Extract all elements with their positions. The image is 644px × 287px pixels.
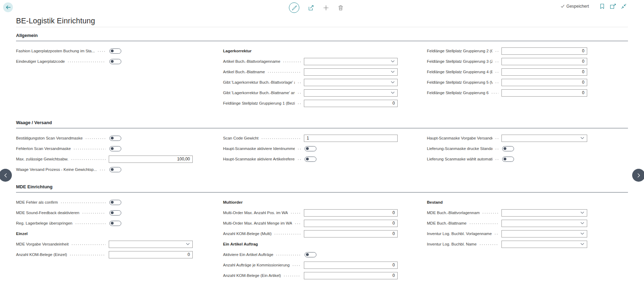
field-row: MDE Fehler als confirm xyxy=(16,197,193,207)
number-input[interactable] xyxy=(501,79,587,86)
field-row: Max. zulässige Gewichtsabw. xyxy=(16,154,193,164)
field-row: Haupt-Scanmaske aktiviere Artikelreferen… xyxy=(223,154,398,164)
toggle-switch[interactable] xyxy=(109,136,121,141)
number-input[interactable] xyxy=(501,68,587,76)
open-in-window-icon xyxy=(610,3,616,9)
field-label: MDE Buch.-Blattname xyxy=(427,221,467,225)
text-input[interactable] xyxy=(304,135,398,142)
number-input[interactable] xyxy=(304,100,398,107)
scroll-right-button[interactable] xyxy=(632,169,644,182)
field-row: Gibt 'Lagerkorrektur Buch.-Blattvorlage'… xyxy=(223,77,398,88)
toggle-switch[interactable] xyxy=(109,48,121,54)
combobox[interactable] xyxy=(501,135,587,142)
number-input[interactable] xyxy=(304,272,398,279)
field-row: Artikel Buch.-Blattvorlagenname xyxy=(223,56,398,67)
combobox[interactable] xyxy=(501,209,587,217)
toggle-switch[interactable] xyxy=(109,200,121,205)
toggle-switch[interactable] xyxy=(502,157,514,162)
field-control xyxy=(304,58,398,65)
field-control xyxy=(501,220,587,227)
collapse-button[interactable] xyxy=(621,3,627,9)
dotted-leader xyxy=(479,244,498,245)
toggle-switch[interactable] xyxy=(305,252,316,257)
delete-button[interactable] xyxy=(338,5,344,11)
field-label: Lieferung-Scanmaske drucke Standard Pac.… xyxy=(427,146,492,151)
number-input[interactable] xyxy=(304,220,398,227)
field-row: Haupt-Scanmaske aktiviere Identnummern xyxy=(223,143,398,154)
field-row: Gibt 'Lagerkorrektur Buch.-Blattname' an… xyxy=(223,88,398,98)
combobox[interactable] xyxy=(501,241,587,248)
field-control xyxy=(501,146,587,151)
dotted-leader xyxy=(69,255,106,256)
number-input[interactable] xyxy=(304,230,398,237)
combobox[interactable] xyxy=(109,241,193,248)
dotted-leader xyxy=(491,93,498,94)
window-actions: Gespeichert xyxy=(561,3,627,9)
combobox[interactable] xyxy=(501,220,587,227)
field-label: Reg. Lagerbelege überspringen xyxy=(16,221,72,225)
chevron-down-icon xyxy=(391,70,395,73)
add-button[interactable] xyxy=(323,5,329,11)
toggle-switch[interactable] xyxy=(109,210,121,216)
field-label: Inventur Log. Buchbl. Vorlagenname xyxy=(427,232,492,236)
bookmark-button[interactable] xyxy=(600,3,605,9)
edit-button[interactable] xyxy=(289,2,299,13)
chevron-right-icon xyxy=(637,173,641,178)
toggle-switch[interactable] xyxy=(305,157,316,162)
field-label: Lieferung Scanmaske wählt automatisch d.… xyxy=(427,157,492,161)
dotted-leader xyxy=(283,275,301,277)
toggle-switch[interactable] xyxy=(109,167,121,172)
toggle-knob xyxy=(306,253,309,256)
toggle-switch[interactable] xyxy=(109,146,121,151)
number-input[interactable] xyxy=(304,209,398,217)
toggle-switch[interactable] xyxy=(502,146,514,151)
field-row: Haupt-Scanmaske Vorgabe Versandeinheit xyxy=(427,133,587,143)
field-control xyxy=(109,146,193,151)
field-label: Fehlerton Scan Versandmaske xyxy=(16,146,71,151)
dotted-leader xyxy=(290,213,301,214)
combobox[interactable] xyxy=(304,68,398,76)
dotted-leader xyxy=(482,213,498,214)
toggle-switch[interactable] xyxy=(305,146,316,151)
combobox[interactable] xyxy=(501,230,587,237)
field-label: Anzahl Aufträge je Kommissionierung xyxy=(223,263,290,267)
toggle-switch[interactable] xyxy=(109,59,121,64)
toggle-knob xyxy=(111,168,114,171)
back-button[interactable] xyxy=(3,2,13,12)
field-label: Inventur Log. Buchbl. Name xyxy=(427,242,477,246)
field-control xyxy=(501,79,587,86)
combobox[interactable] xyxy=(304,79,398,86)
field-control xyxy=(304,252,398,257)
dotted-leader xyxy=(60,202,106,203)
field-row: Scan Code Gewicht xyxy=(223,133,398,143)
number-input[interactable] xyxy=(109,251,193,258)
field-control xyxy=(109,167,193,172)
field-control xyxy=(501,209,587,217)
dotted-leader xyxy=(495,159,498,160)
field-control xyxy=(304,79,398,86)
field-control xyxy=(501,58,587,65)
number-input[interactable] xyxy=(109,156,193,163)
field-label: Multi-Order Max. Anzahl Pos. im WA xyxy=(223,211,288,215)
trash-icon xyxy=(338,5,344,11)
number-input[interactable] xyxy=(304,262,398,269)
number-input[interactable] xyxy=(501,47,587,55)
share-button[interactable] xyxy=(308,5,314,11)
open-in-window-button[interactable] xyxy=(610,3,616,9)
combobox[interactable] xyxy=(304,58,398,65)
field-label: Anzahl KOM-Belege (Ein Artikel) xyxy=(223,273,281,278)
chevron-down-icon xyxy=(580,211,584,214)
dotted-leader xyxy=(297,103,301,104)
combobox[interactable] xyxy=(304,89,398,97)
field-label: Aktiviere Ein Artikel Aufträge xyxy=(223,252,273,257)
field-control xyxy=(501,135,587,142)
field-control xyxy=(109,210,193,216)
subsection-title: Einzel xyxy=(16,232,28,236)
number-input[interactable] xyxy=(501,89,587,97)
scroll-left-button[interactable] xyxy=(0,169,12,182)
number-input[interactable] xyxy=(501,58,587,65)
field-control xyxy=(304,89,398,97)
field-row: Fashion Lagerplatzposten Buchung im Sta.… xyxy=(16,46,193,56)
toggle-switch[interactable] xyxy=(109,221,121,226)
dotted-leader xyxy=(292,265,301,266)
